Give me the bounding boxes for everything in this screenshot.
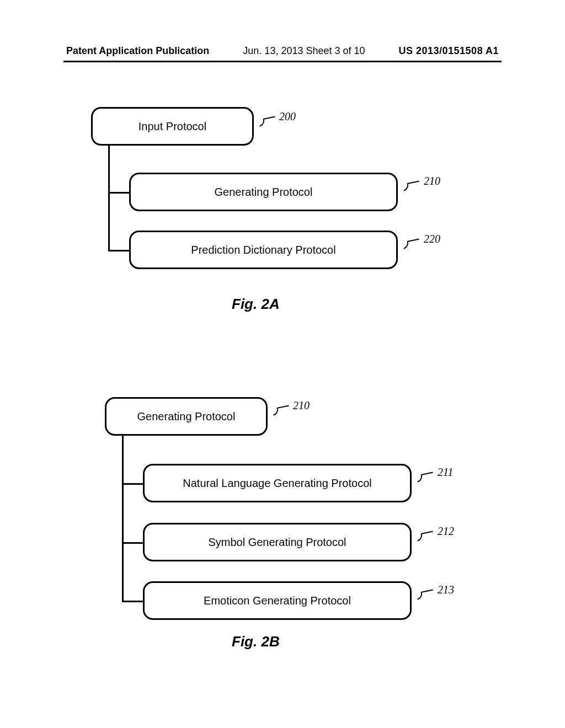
header-rule [63,61,502,62]
box-prediction-dictionary: Prediction Dictionary Protocol [129,231,398,269]
ref-212: 212 [438,525,454,538]
ref-220: 220 [424,233,440,245]
box-generating-protocol-b-label: Generating Protocol [137,410,236,423]
connector-horizontal [108,250,129,251]
box-generating-protocol-b: Generating Protocol [105,397,268,436]
connector-vertical [122,436,124,602]
leader-line [407,238,419,242]
ref-200: 200 [279,110,296,123]
page-header: Patent Application Publication Jun. 13, … [0,45,565,57]
ref-213: 213 [438,584,454,596]
header-left: Patent Application Publication [66,45,209,57]
box-generating-protocol-a: Generating Protocol [129,173,398,211]
box-symbol-generating: Symbol Generating Protocol [143,523,412,561]
leader-line [421,531,433,534]
box-emoticon-generating-label: Emoticon Generating Protocol [204,595,351,607]
ref-210a: 210 [424,175,440,188]
box-natural-language: Natural Language Generating Protocol [143,464,412,502]
ref-210b: 210 [293,399,310,412]
box-input-protocol: Input Protocol [91,107,254,146]
connector-horizontal [122,601,143,602]
box-prediction-dictionary-label: Prediction Dictionary Protocol [191,244,335,256]
box-emoticon-generating: Emoticon Generating Protocol [143,581,412,620]
connector-vertical [108,146,110,251]
header-mid: Jun. 13, 2013 Sheet 3 of 10 [243,45,365,57]
fig-2a-caption: Fig. 2A [232,296,280,313]
fig-2b-caption: Fig. 2B [232,633,280,650]
box-generating-protocol-a-label: Generating Protocol [215,186,313,199]
leader-line [407,180,419,184]
leader-line [263,116,275,120]
ref-211: 211 [438,466,454,479]
box-symbol-generating-label: Symbol Generating Protocol [208,536,346,549]
box-input-protocol-label: Input Protocol [138,120,206,133]
leader-line [277,405,289,409]
leader-line [421,472,433,475]
connector-horizontal [108,192,129,194]
connector-horizontal [122,542,143,544]
box-natural-language-label: Natural Language Generating Protocol [183,477,371,490]
header-right: US 2013/0151508 A1 [399,45,499,57]
connector-horizontal [122,483,143,485]
leader-line [421,589,433,593]
